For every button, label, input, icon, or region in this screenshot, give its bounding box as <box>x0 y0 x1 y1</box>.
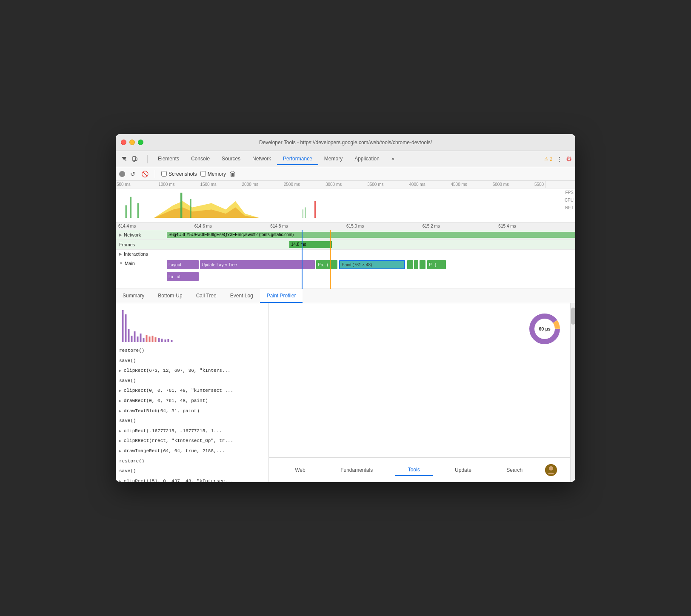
ruler-mark-1000: 1000 ms <box>157 182 199 187</box>
tab-event-log[interactable]: Event Log <box>223 289 260 303</box>
tab-network[interactable]: Network <box>246 153 277 165</box>
tab-memory[interactable]: Memory <box>318 153 348 165</box>
zoom-615.0: 615.0 ms <box>346 224 422 228</box>
bar-chart <box>116 303 268 346</box>
cursor-icon[interactable] <box>119 154 128 164</box>
screenshots-input[interactable] <box>161 171 167 177</box>
record-divider <box>155 170 155 178</box>
trash-button[interactable]: 🗑 <box>229 170 236 178</box>
paint-small-block[interactable]: Pa...) <box>316 260 337 269</box>
nav-tools[interactable]: Tools <box>395 464 433 476</box>
paint-end-block[interactable]: P...) <box>427 260 446 269</box>
nav-web-label: Web <box>295 467 305 473</box>
settings-icon[interactable]: ⚙ <box>566 155 572 163</box>
nav-tabs: Elements Console Sources Network Perform… <box>152 153 543 165</box>
paint-item-restore2[interactable]: restore() <box>116 456 268 467</box>
svg-rect-15 <box>134 331 136 342</box>
tab-summary[interactable]: Summary <box>116 289 151 303</box>
layout-block[interactable]: Layout <box>167 260 199 269</box>
scrollbar[interactable] <box>570 303 575 482</box>
svg-rect-6 <box>180 193 183 218</box>
main-text: Main <box>125 261 135 266</box>
tab-bottom-up[interactable]: Bottom-Up <box>151 289 189 303</box>
svg-rect-19 <box>146 335 148 342</box>
ruler-mark-3500: 3500 ms <box>366 182 408 187</box>
tab-application[interactable]: Application <box>348 153 385 165</box>
tab-more[interactable]: » <box>385 153 400 165</box>
scrollbar-thumb[interactable] <box>571 308 575 325</box>
ruler-mark-1500: 1500 ms <box>199 182 241 187</box>
paint-item-save3[interactable]: save() <box>116 416 268 426</box>
paint-item-cliprrect[interactable]: clipRRect(rrect, "kIntersect_Op", tr... <box>116 436 268 446</box>
refresh-button[interactable]: ↺ <box>128 170 137 178</box>
network-track-row: ▶ Network S6g4U3t-Y5UEw0IE80IIgEseQY3FEm… <box>116 230 575 240</box>
device-icon[interactable] <box>130 154 140 164</box>
tab-sources[interactable]: Sources <box>216 153 246 165</box>
ruler-mark-2500: 2500 ms <box>283 182 325 187</box>
memory-input[interactable] <box>200 171 206 177</box>
paint-item-drawrect[interactable]: drawRect(0, 0, 761, 48, paint) <box>116 396 268 406</box>
zoom-marks: 614.4 ms 614.6 ms 614.8 ms 615.0 ms 615.… <box>117 224 574 228</box>
zoom-614.4: 614.4 ms <box>117 224 194 228</box>
svg-rect-18 <box>143 338 145 342</box>
paint-item-drawtextblob1[interactable]: drawTextBlob(64, 31, paint) <box>116 406 268 416</box>
user-avatar[interactable] <box>545 464 557 476</box>
paint-large-block[interactable]: Paint (761 × 48) <box>339 260 405 269</box>
paint-list[interactable]: restore() save() clipRect(673, 12, 697, … <box>116 303 269 482</box>
svg-rect-25 <box>165 339 166 342</box>
memory-checkbox[interactable]: Memory <box>200 171 226 177</box>
more-menu-icon[interactable]: ⋮ <box>555 154 564 164</box>
paint-item-save1[interactable]: save() <box>116 356 268 366</box>
screenshots-checkbox[interactable]: Screenshots <box>161 171 197 177</box>
paint-item-cliprect1[interactable]: clipRect(673, 12, 697, 36, "kInters... <box>116 366 268 376</box>
paint-item-cliprect3[interactable]: clipRect(-16777215, -16777215, 1... <box>116 426 268 436</box>
main-label: ▼ Main <box>116 258 167 266</box>
window-title: Developer Tools - https://developers.goo… <box>259 140 432 145</box>
svg-rect-9 <box>305 207 306 218</box>
warning-badge: ⚠ 2 <box>544 156 552 162</box>
svg-point-32 <box>549 466 553 471</box>
minimize-button[interactable] <box>129 140 135 145</box>
paint-item-save4[interactable]: save() <box>116 466 268 476</box>
titlebar: Developer Tools - https://developers.goo… <box>116 134 575 151</box>
ruler-mark-4000: 4000 ms <box>408 182 450 187</box>
paint-item-drawimagerect[interactable]: drawImageRect(64, 64, true, 2188,... <box>116 446 268 456</box>
frames-text: Frames <box>119 242 135 247</box>
svg-rect-5 <box>137 203 139 218</box>
nav-fundamentals[interactable]: Fundamentals <box>328 465 385 476</box>
svg-rect-13 <box>128 329 130 342</box>
paint-item-save2[interactable]: save() <box>116 376 268 386</box>
toolbar-icons <box>119 154 140 164</box>
donut-chart: 60 µs <box>528 312 562 346</box>
paint-item-cliprect2[interactable]: clipRect(0, 0, 761, 48, "kIntersect_... <box>116 386 268 396</box>
layout-second-block[interactable]: La...ut <box>167 272 199 281</box>
toolbar-divider <box>147 155 148 163</box>
tab-console[interactable]: Console <box>185 153 216 165</box>
track-section: ▶ Network S6g4U3t-Y5UEw0IE80IIgEseQY3FEm… <box>116 230 575 289</box>
tab-call-tree[interactable]: Call Tree <box>189 289 223 303</box>
maximize-button[interactable] <box>138 140 143 145</box>
paint-item-cliprect4[interactable]: clipRect(151, 0, 437, 48, "kIntersec... <box>116 476 268 482</box>
close-button[interactable] <box>121 140 126 145</box>
nav-update[interactable]: Update <box>442 465 484 476</box>
tab-performance[interactable]: Performance <box>277 153 318 165</box>
clear-button[interactable]: 🚫 <box>140 170 149 178</box>
bottom-panel: Summary Bottom-Up Call Tree Event Log Pa… <box>116 289 575 482</box>
nav-web[interactable]: Web <box>282 465 318 476</box>
tab-elements[interactable]: Elements <box>152 153 185 165</box>
svg-rect-2 <box>136 158 137 160</box>
traffic-lights <box>121 140 143 145</box>
paint-item-restore1[interactable]: restore() <box>116 346 268 356</box>
svg-rect-8 <box>303 209 303 218</box>
devtools-window: Developer Tools - https://developers.goo… <box>116 134 575 482</box>
tab-paint-profiler[interactable]: Paint Profiler <box>260 289 303 303</box>
zoom-ruler: 614.4 ms 614.6 ms 614.8 ms 615.0 ms 615.… <box>116 222 575 230</box>
interactions-content <box>167 250 575 258</box>
page-preview: Web Fundamentals Tools Update Search <box>269 457 570 482</box>
record-button[interactable] <box>119 171 125 177</box>
update-layer-tree-block[interactable]: Update Layer Tree <box>200 260 315 269</box>
nav-search[interactable]: Search <box>494 465 535 476</box>
timeline-container: 500 ms 1000 ms 1500 ms 2000 ms 2500 ms 3… <box>116 181 575 289</box>
svg-rect-1 <box>134 161 135 162</box>
svg-rect-24 <box>161 339 163 342</box>
